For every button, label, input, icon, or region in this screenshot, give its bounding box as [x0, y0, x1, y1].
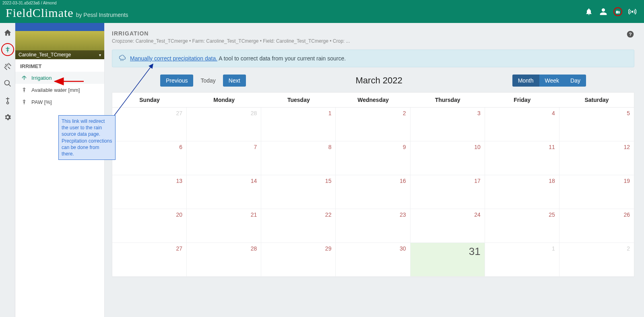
calendar-cell[interactable]: 21	[187, 209, 261, 243]
calendar-cell[interactable]: 7	[187, 141, 261, 175]
calendar-cell[interactable]: 27	[112, 108, 187, 141]
calendar-cell[interactable]: 2	[559, 243, 634, 277]
day-number: 8	[328, 144, 332, 150]
weekday-header: Monday	[187, 93, 261, 108]
farm-icon[interactable]	[613, 7, 622, 16]
previous-button[interactable]: Previous	[160, 75, 193, 87]
weekday-header: Wednesday	[336, 93, 410, 108]
calendar-cell[interactable]: 4	[485, 108, 559, 141]
calendar-cell[interactable]: 23	[336, 209, 410, 243]
day-number: 19	[623, 178, 630, 184]
today-button[interactable]: Today	[195, 75, 221, 87]
day-number: 30	[400, 245, 406, 252]
day-number: 24	[474, 211, 481, 218]
day-number: 21	[251, 211, 257, 218]
svg-text:?: ?	[629, 31, 632, 37]
calendar-cell[interactable]: 1	[485, 243, 559, 277]
sidebar: Caroline_Test_TCmerge ▾ IRRIMET Irrigati…	[15, 23, 105, 317]
calendar-cell[interactable]: 5	[559, 108, 634, 141]
cropzone-name: Caroline_Test_TCmerge	[19, 52, 71, 58]
calendar-cell[interactable]: 14	[187, 175, 261, 209]
chevron-down-icon[interactable]: ▾	[99, 53, 101, 57]
day-number: 16	[400, 178, 406, 184]
logo[interactable]: FieldClimate by Pessl Instruments	[6, 6, 128, 20]
weekday-header: Thursday	[411, 93, 485, 108]
banner-text: A tool to correct data from your current…	[219, 55, 346, 62]
day-number: 27	[176, 110, 183, 116]
view-day-button[interactable]: Day	[565, 75, 586, 87]
top-bar: 2022-03-31.a5d23a6 / Almond FieldClimate…	[0, 0, 644, 23]
calendar-cell[interactable]: 18	[485, 175, 559, 209]
calendar-cell[interactable]: 22	[261, 209, 336, 243]
sensor-icon[interactable]	[1, 94, 14, 107]
rain-icon	[119, 55, 126, 62]
calendar-cell[interactable]: 16	[336, 175, 410, 209]
calendar-cell[interactable]: 31	[411, 243, 485, 277]
calendar-cell[interactable]: 27	[112, 243, 187, 277]
day-number: 9	[403, 144, 406, 150]
day-number: 18	[549, 178, 555, 184]
next-button[interactable]: Next	[223, 75, 246, 87]
view-week-button[interactable]: Week	[539, 75, 565, 87]
top-icons	[584, 7, 640, 16]
calendar-cell[interactable]: 6	[112, 141, 187, 175]
day-number: 2	[403, 110, 406, 116]
calendar-cell[interactable]: 15	[261, 175, 336, 209]
calendar-cell[interactable]: 25	[485, 209, 559, 243]
weekday-header: Tuesday	[261, 93, 336, 108]
calendar-cell[interactable]: 13	[112, 175, 187, 209]
search-icon[interactable]	[1, 77, 14, 90]
calendar-cell[interactable]: 20	[112, 209, 187, 243]
settings-icon[interactable]	[1, 111, 14, 124]
calendar-cell[interactable]: 29	[261, 243, 336, 277]
calendar-cell[interactable]: 28	[187, 243, 261, 277]
sidebar-item-paw[interactable]: PAW [%]	[15, 96, 104, 108]
help-icon[interactable]: ?	[626, 30, 634, 38]
home-icon[interactable]	[1, 26, 14, 39]
day-number: 25	[549, 211, 555, 218]
cropzone-hero[interactable]: Caroline_Test_TCmerge ▾	[15, 23, 104, 59]
irrigation-nav-icon[interactable]	[1, 43, 14, 56]
calendar-cell[interactable]: 17	[411, 175, 485, 209]
day-number: 15	[325, 178, 332, 184]
day-number: 5	[627, 110, 630, 116]
day-number: 20	[176, 211, 183, 218]
day-number: 2	[627, 245, 630, 252]
calendar-cell[interactable]: 11	[485, 141, 559, 175]
calendar-cell[interactable]: 26	[559, 209, 634, 243]
calendar-cell[interactable]: 1	[261, 108, 336, 141]
view-toggle: Month Week Day	[512, 75, 586, 87]
sidebar-item-label: Available water [mm]	[31, 87, 80, 93]
calendar-cell[interactable]: 19	[559, 175, 634, 209]
day-number: 3	[477, 110, 481, 116]
day-number: 10	[474, 144, 481, 150]
day-number: 27	[176, 245, 183, 252]
calendar-cell[interactable]: 9	[336, 141, 410, 175]
logo-text: FieldClimate	[6, 6, 74, 20]
calendar-cell[interactable]: 30	[336, 243, 410, 277]
calendar-cell[interactable]: 12	[559, 141, 634, 175]
gauge-icon	[21, 99, 27, 105]
sidebar-item-available-water[interactable]: Available water [mm]	[15, 84, 104, 96]
day-number: 13	[176, 178, 183, 184]
calendar-controls: Previous Today Next March 2022 Month Wee…	[112, 75, 634, 87]
calendar-cell[interactable]: 28	[187, 108, 261, 141]
calendar-cell[interactable]: 24	[411, 209, 485, 243]
day-number: 12	[623, 144, 630, 150]
weekday-header: Sunday	[112, 93, 187, 108]
user-icon[interactable]	[599, 7, 608, 16]
satellite-icon[interactable]	[1, 60, 14, 73]
bell-icon[interactable]	[584, 7, 593, 16]
day-number: 26	[623, 211, 630, 218]
view-month-button[interactable]: Month	[512, 75, 539, 87]
calendar-cell[interactable]: 10	[411, 141, 485, 175]
calendar-cell[interactable]: 2	[336, 108, 410, 141]
correct-precip-link[interactable]: Manually correct precipitation data.	[130, 55, 217, 62]
broadcast-icon[interactable]	[628, 7, 637, 16]
day-number: 11	[549, 144, 555, 150]
calendar-cell[interactable]: 3	[411, 108, 485, 141]
day-number: 28	[251, 110, 257, 116]
sidebar-item-irrigation[interactable]: Irrigation	[15, 72, 104, 84]
day-number: 17	[474, 178, 481, 184]
calendar-cell[interactable]: 8	[261, 141, 336, 175]
